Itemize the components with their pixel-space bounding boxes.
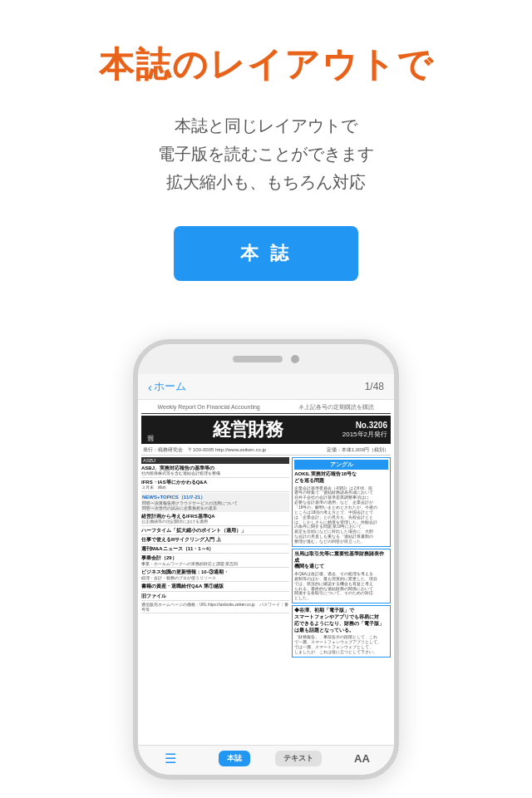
mag-issue-info: No.3206 2015年2月発行 [342,421,387,439]
mag-article-6-title: 事業会計（29） [141,555,289,561]
hero-section: 本誌のレイアウトで 本誌と同じレイアウトで 電子版を読むことができます 拡大縮小… [0,0,532,339]
mag-footer-text: 通信販売ホームページの価格：URL https://taxbooks.zeike… [141,603,289,613]
mag-article-8-title: 書籍の資産・退職給付Q&A 第①越版 [141,584,289,589]
mag-highlight-1: NEWS+TOPICS（11/7-21） 問答ー決算報告用クラウドサービスの活用… [141,493,289,512]
tab-main[interactable]: 本誌 [202,751,266,766]
phone-top-bar [138,344,394,374]
mag-price-info: 定価：本体1,000円（税別） [327,446,389,454]
volume-up-button [133,427,135,452]
angle-label: アングル [294,460,388,470]
tab-font[interactable]: AA [330,751,394,766]
mag-article-1: ASBJ、実務対応報告の基準等の 社内留保株式等を含む連結会計処理を整備 [141,465,289,478]
mag-article-3: 経営計画から考えるIFRS基準QA 公正価値等の注記開示における適用 [141,513,289,526]
mag-article-4-title: 仕事で使えるRサイクリング入門 上 [141,537,289,543]
mag-article-3-body: 公正価値等の注記開示における適用 [141,520,289,525]
angle-3-body: 「財務報告」、事前告示の段階として、これ で一層、スマートフォンウェブアプリとし… [294,635,388,654]
back-button[interactable]: ‹ ホーム [148,379,186,394]
angle-subtitle: AOKIL 実務対応報告18号などを巡る問題 [294,471,388,485]
phone-speaker [233,356,283,362]
mag-issue-date: 2015年2月発行 [342,430,387,439]
page-counter: 1/48 [365,381,384,392]
subtitle-line2: 電子版を読むことができます [158,145,374,163]
hero-title: 本誌のレイアウトで [99,42,434,88]
angle-3-subtitle: ◆谷澤、初期「電子版」でスマートフォンやアプリでも容易に対応できるようになり、財… [294,608,388,633]
mag-article-3-title: 経営計画から考えるIFRS基準QA [141,514,289,520]
power-button [397,444,399,485]
subtitle-line3: 拡大縮小も、もちろん対応 [166,173,366,191]
screen-tabbar: ☰ 本誌 テキスト AA [138,745,394,775]
mag-article-6-body: 事業・ホールムワークへの実務的対応と課題 第五回 [141,562,289,567]
phone-frame: ‹ ホーム 1/48 Weekly Report On Financial Ac… [133,339,399,780]
hero-subtitle: 本誌と同じレイアウトで 電子版を読むことができます 拡大縮小も、もちろん対応 [158,111,374,196]
angle-box-2: 当局は取引先等に重要性基準財務諸表作成機関を通じて 本Q&Aは改訂後、過去、その… [292,549,391,603]
mag-article-7-body: 経理・会計・税務のプロが使うリソース [141,576,289,581]
mag-publisher: 発行：税務研究会 〒100-0005 http://www.zeiken.co.… [143,446,266,454]
cta-button[interactable]: 本 誌 [174,226,358,281]
mag-header-text: Weekly Report On Financial Accounting [158,404,260,410]
angle-box: アングル AOKIL 実務対応報告18号などを巡る問題 企業会計基準委員会（AS… [292,457,391,547]
back-arrow-icon: ‹ [148,380,152,394]
mag-article-7-title: ビジネス知識の更新情報：10-③通期・ [141,569,289,575]
volume-down-button [133,461,135,485]
mag-article-5-title: 週刊M&Aニュース（11・1～4） [141,546,289,552]
mag-article-4: 仕事で使えるRサイクリング入門 上 [141,536,289,544]
mag-article-5: 週刊M&Aニュース（11・1～4） [141,545,289,554]
phone-screen: ‹ ホーム 1/48 Weekly Report On Financial Ac… [138,374,394,775]
mag-article-8: 書籍の資産・退職給付Q&A 第①越版 [141,583,289,591]
subtitle-line1: 本誌と同じレイアウトで [175,116,357,135]
tab-list-icon[interactable]: ☰ [138,751,202,766]
mag-article-7: ビジネス知識の更新情報：10-③通期・ 経理・会計・税務のプロが使うリソース [141,569,289,582]
angle-box-3: ◆谷澤、初期「電子版」でスマートフォンやアプリでも容易に対応できるようになり、財… [292,605,391,658]
mag-article-half-title: ハーフタイム「拡大縮小のポイント（適用）」 [141,528,289,534]
phone-mockup: ‹ ホーム 1/48 Weekly Report On Financial Ac… [0,339,532,798]
mag-article-2: IFRS・IAS等にかかわるQ&A ３月末 締め [141,479,289,492]
mag-info-row: 発行：税務研究会 〒100-0005 http://www.zeiken.co.… [141,446,391,456]
mag-article-10: 通信販売ホームページの価格：URL https://taxbooks.zeike… [141,602,289,614]
magazine-columns: ASBJ ASBJ、実務対応報告の基準等の 社内留保株式等を含む連結会計処理を整… [141,457,391,741]
mag-article-half: ハーフタイム「拡大縮小のポイント（適用）」 [141,527,289,535]
mag-article-9-title: 旧ファイル [141,594,289,599]
angle-2-subtitle: 当局は取引先等に重要性基準財務諸表作成機関を通じて [294,551,388,570]
mag-title-bar: 週刊 経営財務 No.3206 2015年2月発行 [141,416,391,444]
magazine-header: Weekly Report On Financial Accounting ネ上… [141,403,391,414]
mag-right-column: アングル AOKIL 実務対応報告18号などを巡る問題 企業会計基準委員会（AS… [292,457,391,741]
tab-text[interactable]: テキスト [266,751,330,766]
mag-section-asbj: ASBJ [141,457,289,464]
back-label: ホーム [154,379,186,394]
tab-font-label: AA [349,751,375,766]
screen-content: Weekly Report On Financial Accounting ネ上… [138,400,394,745]
tab-text-label: テキスト [275,751,322,766]
tab-main-label: 本誌 [219,751,250,766]
angle-intro: 企業会計基準委員会（ASBJ）は2月頃、前 週号の特集で「連結財務諸表作成におい… [294,486,388,544]
mag-article-1-body: 社内留保株式等を含む連結会計処理を整備 [141,471,289,476]
mag-highlight-1-body: 問答ー決算報告用クラウドサービスの活用について 問答ー次世代の試みに企業負担をの… [142,501,288,511]
mag-issue-number: No.3206 [342,421,387,430]
magazine-page: Weekly Report On Financial Accounting ネ上… [138,400,394,745]
front-camera [291,355,299,363]
screen-nav-bar: ‹ ホーム 1/48 [138,374,394,400]
list-icon: ☰ [165,751,176,766]
mag-highlight-1-title: NEWS+TOPICS（11/7-21） [142,494,288,501]
mag-title-main: 経営財務 [213,417,283,442]
mag-article-6: 事業会計（29） 事業・ホールムワークへの実務的対応と課題 第五回 [141,554,289,568]
mag-left-column: ASBJ ASBJ、実務対応報告の基準等の 社内留保株式等を含む連結会計処理を整… [141,457,289,741]
mag-article-2-body: ３月末 締め [141,485,289,490]
mag-article-9: 旧ファイル [141,593,289,601]
angle-2-body: 本Q&Aは改訂後、過去、その処理を考える 規制等のほか、最も現実的に変更した、現… [294,572,388,601]
